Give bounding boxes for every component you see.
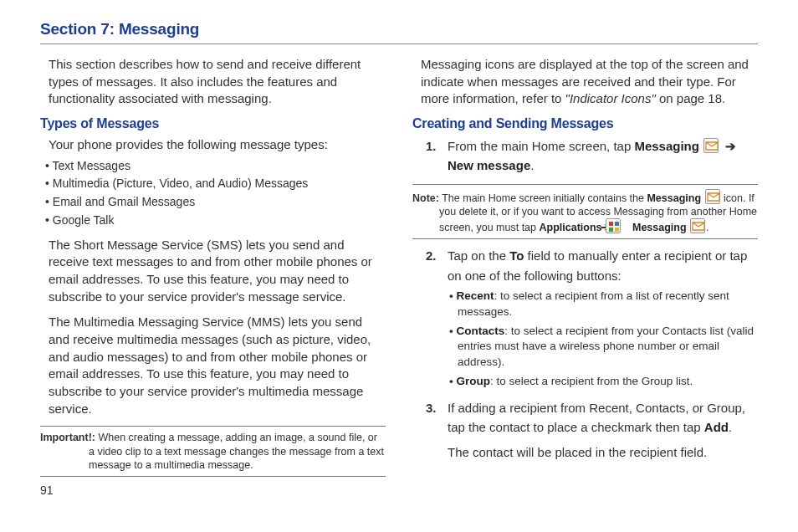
messaging-icon xyxy=(705,189,720,204)
intro-para: This section describes how to send and r… xyxy=(49,56,386,108)
sms-para: The Short Message Service (SMS) lets you… xyxy=(49,237,386,306)
note-label: Note: xyxy=(412,192,439,204)
arrow-icon: ➔ xyxy=(725,136,736,156)
right-column: Messaging icons are displayed at the top… xyxy=(412,56,758,497)
list-item: Contacts: to select a recipient from you… xyxy=(448,324,758,371)
messaging-label: Messaging xyxy=(634,139,699,153)
list-item: Group: to select a recipient from the Gr… xyxy=(448,374,758,390)
two-column-layout: This section describes how to send and r… xyxy=(40,56,758,497)
text-span: The main Home screen initially contains … xyxy=(439,192,647,204)
section-title: Section 7: Messaging xyxy=(40,20,758,38)
step-3: If adding a recipient from Recent, Conta… xyxy=(426,398,758,462)
subhead-types: Types of Messages xyxy=(40,116,386,131)
page-number: 91 xyxy=(40,483,386,497)
divider-top xyxy=(40,43,758,44)
list-item: Google Talk xyxy=(45,212,386,230)
mms-para: The Multimedia Messaging Service (MMS) l… xyxy=(49,314,386,417)
list-item: Text Messages xyxy=(45,157,386,176)
messaging-icon xyxy=(703,138,719,153)
important-note: Important!: When creating a message, add… xyxy=(40,426,386,477)
list-item: Recent: to select a recipient from a lis… xyxy=(448,289,758,320)
list-item: Email and Gmail Messages xyxy=(45,193,386,212)
text-span: If adding a recipient from Recent, Conta… xyxy=(448,401,745,434)
subhead-creating: Creating and Sending Messages xyxy=(412,116,758,131)
text-bold: Applications xyxy=(540,222,602,233)
step-1: From the main Home screen, tap Messaging… xyxy=(426,136,758,176)
to-field-label: To xyxy=(509,248,524,263)
icons-para: Messaging icons are displayed at the top… xyxy=(421,56,758,108)
text-span: : to select a recipient from a list of r… xyxy=(458,289,729,318)
note-box: Note: The main Home screen initially con… xyxy=(412,184,758,240)
types-lead: Your phone provides the following messag… xyxy=(49,136,386,154)
substeps-list: Recent: to select a recipient from a lis… xyxy=(448,289,758,390)
important-text: When creating a message, adding an image… xyxy=(89,432,384,471)
svg-rect-3 xyxy=(615,228,619,232)
new-message-label: New message xyxy=(448,158,530,172)
text-bold: Messaging xyxy=(632,222,687,233)
messaging-icon xyxy=(690,218,705,233)
text-bold: Group xyxy=(456,375,490,387)
text-bold: Contacts xyxy=(456,325,504,337)
text-span: Tap on the xyxy=(448,248,509,263)
list-item: Multimedia (Picture, Video, and Audio) M… xyxy=(45,175,386,193)
step-3-extra: The contact will be placed in the recipi… xyxy=(448,442,758,462)
text-bold: Messaging xyxy=(647,192,701,204)
types-list: Text Messages Multimedia (Picture, Video… xyxy=(45,157,386,230)
steps-list: From the main Home screen, tap Messaging… xyxy=(426,136,758,176)
step-2: Tap on the To field to manually enter a … xyxy=(426,246,758,390)
svg-rect-2 xyxy=(609,228,613,232)
left-column: This section describes how to send and r… xyxy=(40,56,386,497)
indicator-icons-ref: "Indicator Icons" xyxy=(565,91,656,105)
steps-list-cont: Tap on the To field to manually enter a … xyxy=(426,246,758,462)
text-span: From the main Home screen, tap xyxy=(448,139,634,153)
applications-icon xyxy=(606,218,621,233)
svg-rect-1 xyxy=(615,222,619,226)
important-label: Important!: xyxy=(40,432,95,443)
svg-rect-0 xyxy=(609,222,613,226)
text-bold: Recent xyxy=(456,289,494,302)
text-span: on page 18. xyxy=(656,91,725,105)
text-span: : to select a recipient from the Group l… xyxy=(490,375,693,387)
add-label: Add xyxy=(704,420,729,434)
